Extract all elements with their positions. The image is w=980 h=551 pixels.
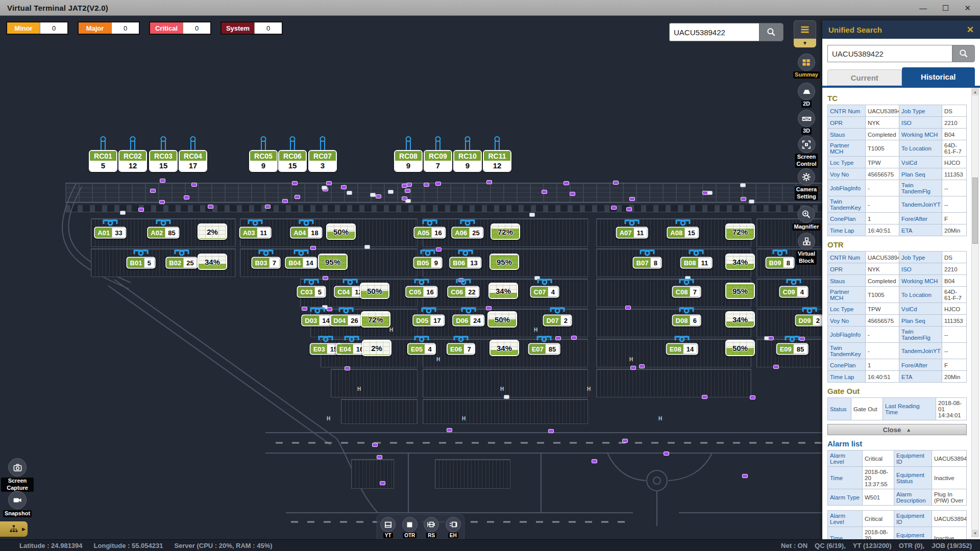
block-label-C05[interactable]: C0516 [405,286,437,298]
occupancy-badge[interactable]: 2% [198,223,227,240]
block-label-B03[interactable]: B037 [252,257,281,269]
top-search-button[interactable] [759,23,783,41]
scroll-down-arrow[interactable]: ▼ [972,530,978,537]
block-label-D07[interactable]: D072 [543,315,572,327]
block-label-E07[interactable]: E0785 [528,343,560,355]
eh-filter-button[interactable]: EH [446,517,461,538]
crane-job-count: 17 [180,161,206,171]
block-label-A05[interactable]: A0516 [413,227,446,239]
toolbar-2d-button[interactable]: 2D [798,83,815,108]
minimize-icon[interactable]: — [919,4,927,12]
table-label: OPR [828,117,866,129]
block-label-D05[interactable]: D0517 [412,315,445,327]
occupancy-badge[interactable]: 34% [725,254,755,270]
block-label-E08[interactable]: E0814 [666,343,698,355]
occupancy-badge[interactable]: 34% [198,254,227,270]
toolbar-summary-button[interactable]: Summay [793,54,820,79]
block-label-D08[interactable]: D086 [672,315,701,327]
block-label-C06[interactable]: C0622 [447,286,479,298]
top-search-input[interactable] [669,23,759,41]
block-label-D03[interactable]: D0314 [301,315,333,327]
occupancy-value: 50% [361,284,388,298]
block-label-B07[interactable]: B078 [633,257,662,269]
panel-search-button[interactable] [952,45,975,62]
occupancy-badge[interactable]: 72% [725,223,755,240]
block-label-C09[interactable]: C094 [779,286,808,298]
crane-label-RC05[interactable]: RC059 [249,150,278,172]
toolbar-3d-button[interactable]: 3D [798,110,815,135]
crane-label-RC02[interactable]: RC0212 [118,150,147,172]
toolbar-collapse-tab[interactable]: ▼ [794,39,816,47]
block-label-B09[interactable]: B098 [766,257,795,269]
occupancy-badge[interactable]: 72% [361,311,390,328]
block-label-A02[interactable]: A0285 [147,227,179,239]
alarm-counter-major: Major0 [78,21,140,35]
block-label-C07[interactable]: C074 [530,286,559,298]
toolbar-magnifier-button[interactable]: Magnifier [793,206,821,231]
screen-capture-button[interactable]: Screen Capture [1,458,34,492]
block-label-D09[interactable]: D092 [795,315,824,327]
block-label-B02[interactable]: B0225 [165,257,198,269]
panel-close-icon[interactable]: ✕ [967,24,974,35]
block-label-B04[interactable]: B0414 [285,257,317,269]
block-label-A03[interactable]: A0311 [239,227,272,239]
crane-label-RC07[interactable]: RC073 [308,150,337,172]
occupancy-badge[interactable]: 95% [725,283,755,299]
crane-label-RC10[interactable]: RC109 [453,150,482,172]
occupancy-badge[interactable]: 72% [491,223,520,240]
crane-label-RC04[interactable]: RC0417 [179,150,207,172]
toolbar-camera-setting-button[interactable]: Camera Setting [795,168,818,201]
gate-out-close-button[interactable]: Close ▲ [827,424,967,435]
occupancy-badge[interactable]: 34% [488,283,518,299]
toolbar-screen-control-button[interactable]: Screen Control [795,136,818,168]
block-label-D04[interactable]: D0426 [330,315,362,327]
crane-label-RC08[interactable]: RC089 [394,150,423,172]
panel-search-input[interactable] [827,45,952,62]
yt-filter-button[interactable]: YT [380,517,396,538]
crane-label-RC11[interactable]: RC1112 [483,150,511,172]
occupancy-badge[interactable]: 50% [360,283,389,299]
occupancy-badge[interactable]: 34% [489,340,519,356]
toolbar-virtual-block-button[interactable]: Virtual Block [796,233,817,265]
close-icon[interactable]: ✕ [964,4,971,12]
block-label-C08[interactable]: C087 [672,286,701,298]
crane-label-RC06[interactable]: RC0615 [278,150,307,172]
block-label-E05[interactable]: E054 [407,343,436,355]
scrollbar-thumb[interactable] [972,178,978,244]
crane-label-RC03[interactable]: RC0315 [149,150,178,172]
occupancy-badge[interactable]: 95% [489,254,519,270]
block-id: B08 [681,258,698,268]
occupancy-badge[interactable]: 95% [318,254,348,270]
panel-scrollbar: ▲ ▼ [971,88,979,537]
block-label-B01[interactable]: B015 [127,257,156,269]
block-label-E09[interactable]: E0985 [776,343,808,355]
rs-filter-button[interactable]: RS [424,517,439,538]
block-label-A01[interactable]: A0133 [94,227,126,239]
tab-current[interactable]: Current [827,69,902,86]
crane-label-RC09[interactable]: RC097 [424,150,452,172]
block-label-A07[interactable]: A0711 [616,227,648,239]
block-label-C03[interactable]: C035 [297,286,326,298]
crane-label-RC01[interactable]: RC015 [89,150,117,172]
block-label-D06[interactable]: D0624 [452,315,484,327]
layout-tree-tab[interactable]: ▶ [0,521,28,537]
occupancy-badge[interactable]: 50% [487,311,517,328]
occupancy-badge[interactable]: 34% [725,311,755,328]
block-label-B08[interactable]: B0811 [680,257,713,269]
block-label-B05[interactable]: B059 [413,257,443,269]
occupancy-badge[interactable]: 50% [725,340,755,356]
tab-historical[interactable]: Historical [902,67,975,86]
otr-filter-button[interactable]: OTR [402,517,418,538]
block-label-A04[interactable]: A0418 [290,227,322,239]
block-label-A06[interactable]: A0625 [451,227,483,239]
block-label-B06[interactable]: B0613 [449,257,481,269]
table-value: -- [942,327,967,343]
maximize-icon[interactable]: ☐ [942,4,949,12]
occupancy-badge[interactable]: 50% [326,223,356,240]
menu-button[interactable] [794,20,816,39]
block-label-E06[interactable]: E067 [447,343,475,355]
occupancy-badge[interactable]: 2% [362,340,391,356]
scroll-up-arrow[interactable]: ▲ [972,88,978,95]
snapshot-button[interactable]: Snapshot [1,491,34,517]
block-label-A08[interactable]: A0815 [667,227,699,239]
